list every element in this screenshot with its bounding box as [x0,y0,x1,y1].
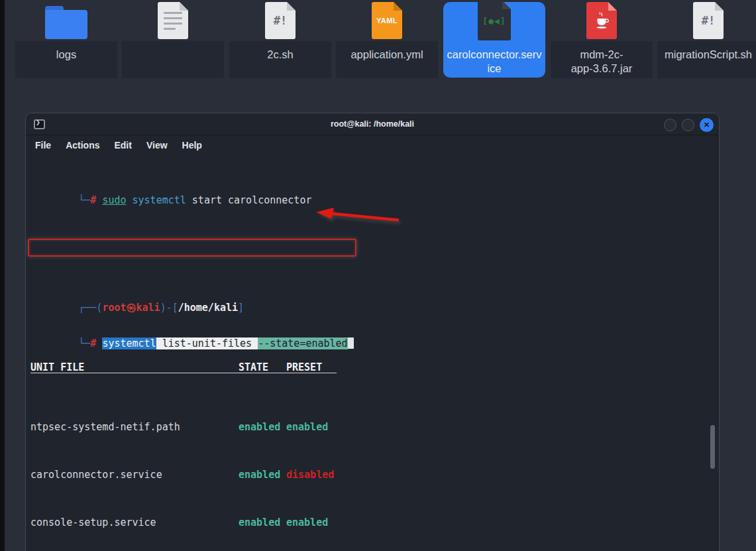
title-bar[interactable]: root@kali: /home/kali ✕ [26,113,719,135]
menu-help[interactable]: Help [182,140,202,151]
java-cup-glyph [594,11,610,30]
file-item-document[interactable] [122,0,224,78]
table-header: UNIT FILESTATEPRESET [30,361,337,373]
unit-state: enabled [239,469,286,481]
menu-view[interactable]: View [146,140,168,151]
file-item-2c-sh[interactable]: #! 2c.sh [229,0,331,78]
file-item-migrationscript-sh[interactable]: #! migrationScript.sh [657,0,756,78]
file-label: 2c.sh [229,48,331,62]
minimize-button[interactable] [664,119,676,131]
file-label: mdm-2c- app-3.6.7.jar [551,48,653,76]
file-label: migrationScript.sh [657,48,756,62]
yaml-icon: YAML [372,2,402,39]
maximize-button[interactable] [682,119,694,131]
desktop: logs #! 2c.sh YAML application.yml [●◀] … [0,0,756,551]
file-item-carolconnector-service[interactable]: [●◀] carolconnector.serv ice [443,0,545,78]
file-item-application-yml[interactable]: YAML application.yml [336,0,438,78]
file-item-logs[interactable]: logs [15,0,117,78]
unit-state: enabled [239,421,286,433]
file-label: logs [15,48,117,62]
jar-icon [586,2,617,39]
menu-actions[interactable]: Actions [66,140,99,151]
script-icon: #! [265,2,296,39]
unit-name: ntpsec-systemd-netif.path [30,421,239,433]
screen-edge-strip [0,0,5,551]
file-label: application.yml [336,48,438,62]
terminal-output: └─# sudo systemctl start carolconnector … [26,156,719,551]
script-icon: #! [693,2,724,39]
terminal-icon [34,119,45,129]
menu-file[interactable]: File [35,140,51,151]
unit-table-body: ntpsec-systemd-netif.path enabled enable… [30,397,719,551]
unit-name: console-setup.service [30,517,239,528]
file-label: carolconnector.serv ice [443,48,545,76]
unit-preset: enabled [286,421,328,433]
file-label-cell [122,41,224,78]
text-cursor [348,337,354,349]
unit-preset: disabled [286,469,334,481]
table-row: ntpsec-systemd-netif.path enabled enable… [30,421,337,433]
table-row: console-setup.service enabled enabled [30,517,337,528]
unit-preset: enabled [286,517,328,528]
menu-edit[interactable]: Edit [114,140,131,151]
terminal-window: root@kali: /home/kali ✕ File Actions Edi… [25,113,720,551]
table-row-annotated: carolconnector.service enabled disabled [30,469,337,481]
service-icon: [●◀] [478,1,511,40]
command-line-2: └─# systemctl list-unit-files --state=en… [30,326,719,337]
file-item-mdm-2c-app-jar[interactable]: mdm-2c- app-3.6.7.jar [551,0,653,78]
command-line-1: └─# sudo systemctl start carolconnector [30,182,719,194]
document-icon [158,2,188,39]
folder-icon [45,6,87,39]
unit-state: enabled [239,517,286,528]
scrollbar-thumb[interactable] [710,425,715,469]
prompt-line: ┌──(root㉿kali)-[/home/kali] [30,290,719,302]
unit-name: carolconnector.service [30,469,239,481]
window-title: root@kali: /home/kali [26,119,719,129]
menu-bar: File Actions Edit View Help [26,135,719,155]
close-button[interactable]: ✕ [700,118,714,132]
